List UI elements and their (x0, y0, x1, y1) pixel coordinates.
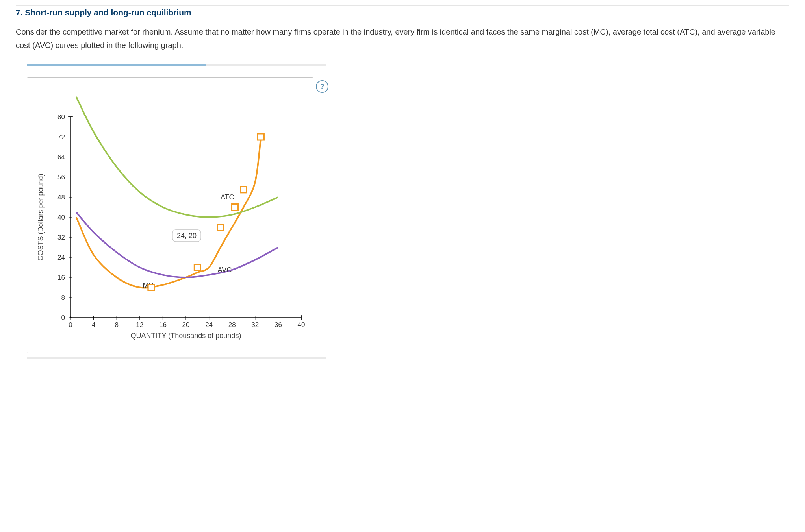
mc-handle-5[interactable] (258, 134, 264, 140)
curve-label-avc: AVC (218, 266, 232, 274)
y-tick-label: 24 (58, 254, 65, 261)
y-axis-title: COSTS (Dollars per pound) (37, 174, 45, 260)
intro-text: Consider the competitive market for rhen… (16, 25, 789, 52)
y-tick-label: 40 (58, 214, 65, 221)
x-tick-label: 20 (182, 321, 190, 329)
mc-handle-4[interactable] (241, 187, 247, 193)
y-tick-label: 48 (58, 194, 65, 201)
tooltip-text: 24, 20 (177, 232, 197, 240)
x-tick-label: 40 (298, 321, 305, 329)
mc-handle-2[interactable] (217, 224, 224, 231)
curve-avc[interactable] (76, 212, 278, 277)
x-tick-label: 12 (136, 321, 143, 329)
y-tick-label: 72 (58, 133, 65, 141)
x-tick-label: 36 (275, 321, 282, 329)
mc-handle-1[interactable] (194, 264, 200, 271)
curve-mc[interactable] (76, 137, 261, 288)
mc-label-handle[interactable] (148, 284, 154, 291)
y-tick-label: 56 (58, 174, 65, 181)
section-accent-bar (27, 64, 326, 66)
top-rule (16, 5, 789, 6)
page: 7. Short-run supply and long-run equilib… (0, 0, 805, 367)
x-tick-label: 28 (228, 321, 236, 329)
y-tick-label: 16 (58, 274, 65, 281)
x-tick-label: 24 (205, 321, 213, 329)
chart-figure: ? 04812162024283236400816243240485664728… (27, 77, 326, 353)
question-title: 7. Short-run supply and long-run equilib… (16, 8, 789, 17)
plot-frame: 048121620242832364008162432404856647280Q… (27, 77, 313, 353)
bottom-bar (27, 357, 326, 359)
x-axis-title: QUANTITY (Thousands of pounds) (131, 332, 241, 340)
curve-label-atc: ATC (221, 193, 234, 201)
y-tick-label: 64 (58, 153, 65, 161)
x-tick-label: 8 (115, 321, 118, 329)
y-tick-label: 0 (61, 314, 65, 321)
help-icon[interactable]: ? (316, 80, 328, 93)
x-tick-label: 0 (69, 321, 72, 329)
mc-handle-3[interactable] (232, 204, 238, 211)
cost-curves-chart[interactable]: 048121620242832364008162432404856647280Q… (27, 78, 313, 353)
x-tick-label: 32 (251, 321, 259, 329)
y-tick-label: 32 (58, 234, 65, 241)
y-tick-label: 80 (58, 113, 65, 121)
x-tick-label: 16 (159, 321, 167, 329)
x-tick-label: 4 (92, 321, 95, 329)
y-tick-label: 8 (61, 294, 65, 301)
